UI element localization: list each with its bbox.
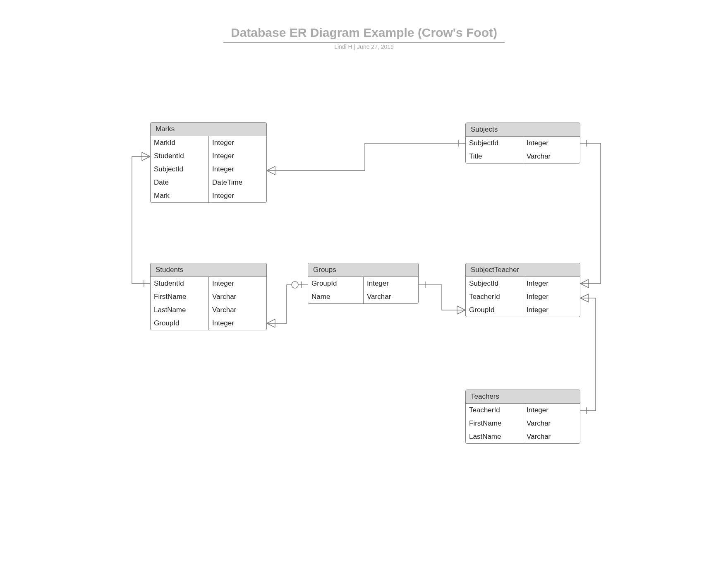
field-type: Integer: [523, 137, 580, 150]
rel-marks-students: [132, 156, 150, 284]
svg-line-21: [580, 294, 589, 298]
entity-header: Marks: [151, 123, 266, 136]
field-name: GroupId: [151, 317, 208, 330]
field-name: Mark: [151, 189, 208, 202]
field-type: Varchar: [523, 417, 580, 430]
field-type: Integer: [523, 404, 580, 417]
entity-groups: GroupsGroupIdNameIntegerVarchar: [308, 263, 419, 304]
entity-subjects: SubjectsSubjectIdTitleIntegerVarchar: [465, 123, 580, 164]
entity-header: Groups: [308, 263, 418, 277]
field-name-column: TeacherIdFirstNameLastName: [466, 404, 523, 443]
field-type: Varchar: [523, 430, 580, 443]
field-name-column: MarkIdStudentIdSubjectIdDateMark: [151, 136, 208, 202]
rel-subjects-subjectteacher: [580, 143, 601, 284]
field-type-column: IntegerVarchar: [523, 137, 580, 163]
title-rule: [223, 42, 505, 43]
entity-body: SubjectIdTeacherIdGroupIdIntegerIntegerI…: [466, 277, 580, 317]
entity-body: StudentIdFirstNameLastNameGroupIdInteger…: [151, 277, 266, 330]
entity-body: TeacherIdFirstNameLastNameIntegerVarchar…: [466, 404, 580, 443]
entity-header: Teachers: [466, 390, 580, 404]
field-type: Integer: [523, 303, 580, 317]
field-type: Varchar: [209, 303, 266, 317]
svg-line-4: [142, 152, 150, 156]
entity-header: SubjectTeacher: [466, 263, 580, 277]
field-type: Integer: [209, 277, 266, 290]
rel-students-groups: [267, 285, 308, 323]
field-name: TeacherId: [466, 290, 523, 303]
svg-line-22: [580, 298, 589, 302]
field-type: Integer: [209, 136, 266, 149]
field-name-column: GroupIdName: [308, 277, 363, 303]
svg-point-11: [292, 282, 298, 288]
field-name-column: SubjectIdTitle: [466, 137, 523, 163]
field-name: Name: [308, 290, 363, 303]
svg-line-9: [267, 323, 275, 327]
field-type: Integer: [523, 277, 580, 290]
field-type-column: IntegerVarchar: [363, 277, 418, 303]
svg-line-14: [457, 306, 465, 310]
diagram-subtitle: Lindi H | June 27, 2019: [0, 43, 728, 50]
field-name-column: StudentIdFirstNameLastNameGroupId: [151, 277, 208, 330]
field-type-column: IntegerIntegerIntegerDateTimeInteger: [208, 136, 266, 202]
field-name: GroupId: [308, 277, 363, 290]
field-type: Integer: [523, 290, 580, 303]
entity-students: StudentsStudentIdFirstNameLastNameGroupI…: [150, 263, 267, 330]
svg-line-8: [267, 319, 275, 323]
entity-header: Students: [151, 263, 266, 277]
diagram-canvas: Database ER Diagram Example (Crow's Foot…: [0, 0, 728, 563]
field-name: TeacherId: [466, 404, 523, 417]
field-name: MarkId: [151, 136, 208, 149]
field-type: Integer: [209, 317, 266, 330]
field-type-column: IntegerIntegerInteger: [523, 277, 580, 317]
svg-line-15: [457, 310, 465, 314]
entity-body: SubjectIdTitleIntegerVarchar: [466, 137, 580, 163]
entity-subjectteacher: SubjectTeacherSubjectIdTeacherIdGroupIdI…: [465, 263, 580, 317]
field-type-column: IntegerVarcharVarchar: [523, 404, 580, 443]
field-name: SubjectId: [466, 137, 523, 150]
field-type: Varchar: [364, 290, 418, 303]
svg-line-18: [580, 279, 589, 284]
field-type: Integer: [209, 149, 266, 163]
field-name: GroupId: [466, 303, 523, 317]
field-type: Integer: [209, 163, 266, 176]
rel-subjectteacher-teachers: [580, 298, 596, 411]
field-type-column: IntegerVarcharVarcharInteger: [208, 277, 266, 330]
field-type: DateTime: [209, 176, 266, 189]
svg-line-19: [580, 284, 589, 288]
field-name: SubjectId: [466, 277, 523, 290]
entity-body: MarkIdStudentIdSubjectIdDateMarkIntegerI…: [151, 136, 266, 202]
field-name: SubjectId: [151, 163, 208, 176]
field-type: Integer: [364, 277, 418, 290]
field-type: Integer: [209, 189, 266, 202]
svg-line-0: [267, 166, 275, 171]
entity-teachers: TeachersTeacherIdFirstNameLastNameIntege…: [465, 390, 580, 444]
svg-line-5: [142, 156, 150, 161]
entity-body: GroupIdNameIntegerVarchar: [308, 277, 418, 303]
entity-header: Subjects: [466, 123, 580, 137]
field-name: FirstName: [151, 290, 208, 303]
entity-marks: MarksMarkIdStudentIdSubjectIdDateMarkInt…: [150, 122, 267, 203]
title-block: Database ER Diagram Example (Crow's Foot…: [0, 26, 728, 50]
field-name: Date: [151, 176, 208, 189]
rel-marks-subjects: [267, 143, 465, 171]
rel-groups-subjectteacher: [419, 285, 465, 310]
svg-line-1: [267, 171, 275, 175]
field-type: Varchar: [209, 290, 266, 303]
field-name: StudentId: [151, 149, 208, 163]
field-name: FirstName: [466, 417, 523, 430]
field-name-column: SubjectIdTeacherIdGroupId: [466, 277, 523, 317]
field-name: StudentId: [151, 277, 208, 290]
field-type: Varchar: [523, 150, 580, 163]
field-name: Title: [466, 150, 523, 163]
diagram-title: Database ER Diagram Example (Crow's Foot…: [0, 26, 728, 40]
field-name: LastName: [151, 303, 208, 317]
field-name: LastName: [466, 430, 523, 443]
